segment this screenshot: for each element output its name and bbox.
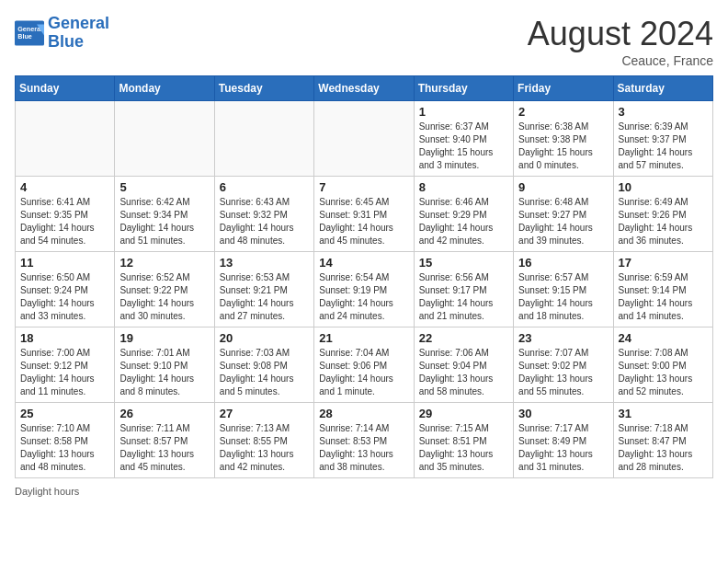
calendar-cell: 15Sunrise: 6:56 AM Sunset: 9:17 PM Dayli…: [414, 252, 513, 327]
day-info: Sunrise: 7:08 AM Sunset: 9:00 PM Dayligh…: [619, 347, 708, 398]
calendar-cell: 26Sunrise: 7:11 AM Sunset: 8:57 PM Dayli…: [115, 403, 214, 478]
day-number: 2: [518, 105, 608, 119]
calendar-cell: 17Sunrise: 6:59 AM Sunset: 9:14 PM Dayli…: [613, 252, 712, 327]
calendar-cell: [214, 101, 313, 177]
calendar-cell: 11Sunrise: 6:50 AM Sunset: 9:24 PM Dayli…: [16, 252, 115, 327]
calendar-cell: 5Sunrise: 6:42 AM Sunset: 9:34 PM Daylig…: [115, 177, 214, 252]
calendar-cell: 16Sunrise: 6:57 AM Sunset: 9:15 PM Dayli…: [514, 252, 613, 327]
calendar-cell: 27Sunrise: 7:13 AM Sunset: 8:55 PM Dayli…: [214, 403, 313, 478]
calendar-cell: 9Sunrise: 6:48 AM Sunset: 9:27 PM Daylig…: [514, 177, 613, 252]
logo: General Blue General Blue: [15, 15, 109, 52]
day-number: 25: [20, 407, 109, 420]
day-number: 27: [220, 407, 309, 420]
day-number: 28: [319, 407, 408, 420]
calendar-week-row: 18Sunrise: 7:00 AM Sunset: 9:12 PM Dayli…: [16, 327, 713, 403]
day-info: Sunrise: 6:56 AM Sunset: 9:17 PM Dayligh…: [419, 271, 508, 323]
calendar-cell: 24Sunrise: 7:08 AM Sunset: 9:00 PM Dayli…: [613, 327, 712, 403]
calendar-day-header: Tuesday: [214, 76, 313, 101]
day-info: Sunrise: 6:37 AM Sunset: 9:40 PM Dayligh…: [419, 121, 508, 172]
day-info: Sunrise: 6:57 AM Sunset: 9:15 PM Dayligh…: [518, 271, 608, 323]
calendar-cell: 31Sunrise: 7:18 AM Sunset: 8:47 PM Dayli…: [613, 403, 712, 478]
day-number: 18: [20, 331, 109, 345]
month-year: August 2024: [528, 15, 713, 53]
calendar-cell: 22Sunrise: 7:06 AM Sunset: 9:04 PM Dayli…: [414, 327, 513, 403]
calendar-day-header: Monday: [115, 76, 214, 101]
day-info: Sunrise: 6:50 AM Sunset: 9:24 PM Dayligh…: [20, 271, 109, 323]
day-info: Sunrise: 6:54 AM Sunset: 9:19 PM Dayligh…: [319, 271, 408, 323]
day-number: 7: [319, 180, 408, 194]
calendar-cell: 13Sunrise: 6:53 AM Sunset: 9:21 PM Dayli…: [214, 252, 313, 327]
day-number: 13: [220, 256, 309, 270]
day-info: Sunrise: 6:49 AM Sunset: 9:26 PM Dayligh…: [619, 196, 708, 247]
day-info: Sunrise: 7:01 AM Sunset: 9:10 PM Dayligh…: [119, 347, 209, 398]
day-number: 22: [419, 331, 508, 345]
daylight-label: Daylight hours: [15, 486, 713, 497]
day-number: 8: [419, 180, 508, 194]
calendar-cell: 2Sunrise: 6:38 AM Sunset: 9:38 PM Daylig…: [514, 101, 613, 177]
day-number: 12: [119, 256, 209, 270]
logo-text: General Blue: [48, 15, 109, 52]
day-info: Sunrise: 7:13 AM Sunset: 8:55 PM Dayligh…: [220, 422, 309, 474]
calendar-cell: 3Sunrise: 6:39 AM Sunset: 9:37 PM Daylig…: [613, 101, 712, 177]
day-info: Sunrise: 7:04 AM Sunset: 9:06 PM Dayligh…: [319, 347, 408, 398]
day-number: 5: [119, 180, 209, 194]
calendar-cell: [16, 101, 115, 177]
day-info: Sunrise: 6:52 AM Sunset: 9:22 PM Dayligh…: [119, 271, 209, 323]
calendar-cell: 21Sunrise: 7:04 AM Sunset: 9:06 PM Dayli…: [314, 327, 414, 403]
svg-text:Blue: Blue: [17, 32, 32, 40]
calendar-cell: 10Sunrise: 6:49 AM Sunset: 9:26 PM Dayli…: [613, 177, 712, 252]
calendar-cell: 4Sunrise: 6:41 AM Sunset: 9:35 PM Daylig…: [16, 177, 115, 252]
day-info: Sunrise: 6:42 AM Sunset: 9:34 PM Dayligh…: [119, 196, 209, 247]
calendar-table: SundayMondayTuesdayWednesdayThursdayFrid…: [15, 75, 713, 478]
calendar-cell: [314, 101, 414, 177]
page-header: General Blue General Blue August 2024 Ce…: [15, 15, 713, 68]
logo-blue: Blue: [48, 32, 84, 51]
calendar-cell: 30Sunrise: 7:17 AM Sunset: 8:49 PM Dayli…: [514, 403, 613, 478]
day-info: Sunrise: 6:45 AM Sunset: 9:31 PM Dayligh…: [319, 196, 408, 247]
day-number: 10: [619, 180, 708, 194]
calendar-header-row: SundayMondayTuesdayWednesdayThursdayFrid…: [16, 76, 713, 101]
calendar-day-header: Saturday: [613, 76, 712, 101]
calendar-day-header: Friday: [514, 76, 613, 101]
calendar-week-row: 1Sunrise: 6:37 AM Sunset: 9:40 PM Daylig…: [16, 101, 713, 177]
day-number: 14: [319, 256, 408, 270]
day-info: Sunrise: 7:06 AM Sunset: 9:04 PM Dayligh…: [419, 347, 508, 398]
day-number: 19: [119, 331, 209, 345]
day-number: 9: [518, 180, 608, 194]
calendar-cell: 20Sunrise: 7:03 AM Sunset: 9:08 PM Dayli…: [214, 327, 313, 403]
day-info: Sunrise: 6:43 AM Sunset: 9:32 PM Dayligh…: [220, 196, 309, 247]
day-info: Sunrise: 6:53 AM Sunset: 9:21 PM Dayligh…: [220, 271, 309, 323]
day-info: Sunrise: 7:14 AM Sunset: 8:53 PM Dayligh…: [319, 422, 408, 474]
calendar-cell: 6Sunrise: 6:43 AM Sunset: 9:32 PM Daylig…: [214, 177, 313, 252]
calendar-week-row: 25Sunrise: 7:10 AM Sunset: 8:58 PM Dayli…: [16, 403, 713, 478]
day-number: 23: [518, 331, 608, 345]
day-info: Sunrise: 6:39 AM Sunset: 9:37 PM Dayligh…: [619, 121, 708, 172]
day-info: Sunrise: 6:38 AM Sunset: 9:38 PM Dayligh…: [518, 121, 608, 172]
day-number: 1: [419, 105, 508, 119]
calendar-cell: 1Sunrise: 6:37 AM Sunset: 9:40 PM Daylig…: [414, 101, 513, 177]
logo-general: General: [48, 14, 109, 32]
day-info: Sunrise: 7:17 AM Sunset: 8:49 PM Dayligh…: [518, 422, 608, 474]
calendar-cell: 7Sunrise: 6:45 AM Sunset: 9:31 PM Daylig…: [314, 177, 414, 252]
logo-icon: General Blue: [15, 20, 44, 46]
day-info: Sunrise: 6:48 AM Sunset: 9:27 PM Dayligh…: [518, 196, 608, 247]
calendar-cell: [115, 101, 214, 177]
calendar-week-row: 11Sunrise: 6:50 AM Sunset: 9:24 PM Dayli…: [16, 252, 713, 327]
calendar-cell: 29Sunrise: 7:15 AM Sunset: 8:51 PM Dayli…: [414, 403, 513, 478]
location: Ceauce, France: [528, 53, 713, 68]
day-number: 3: [619, 105, 708, 119]
day-info: Sunrise: 7:18 AM Sunset: 8:47 PM Dayligh…: [619, 422, 708, 474]
calendar-cell: 18Sunrise: 7:00 AM Sunset: 9:12 PM Dayli…: [16, 327, 115, 403]
day-number: 4: [20, 180, 109, 194]
day-info: Sunrise: 6:59 AM Sunset: 9:14 PM Dayligh…: [619, 271, 708, 323]
title-block: August 2024 Ceauce, France: [528, 15, 713, 68]
calendar-day-header: Sunday: [16, 76, 115, 101]
calendar-cell: 14Sunrise: 6:54 AM Sunset: 9:19 PM Dayli…: [314, 252, 414, 327]
day-number: 26: [119, 407, 209, 420]
day-number: 31: [619, 407, 708, 420]
calendar-cell: 19Sunrise: 7:01 AM Sunset: 9:10 PM Dayli…: [115, 327, 214, 403]
day-number: 6: [220, 180, 309, 194]
day-info: Sunrise: 7:07 AM Sunset: 9:02 PM Dayligh…: [518, 347, 608, 398]
calendar-week-row: 4Sunrise: 6:41 AM Sunset: 9:35 PM Daylig…: [16, 177, 713, 252]
day-info: Sunrise: 6:46 AM Sunset: 9:29 PM Dayligh…: [419, 196, 508, 247]
